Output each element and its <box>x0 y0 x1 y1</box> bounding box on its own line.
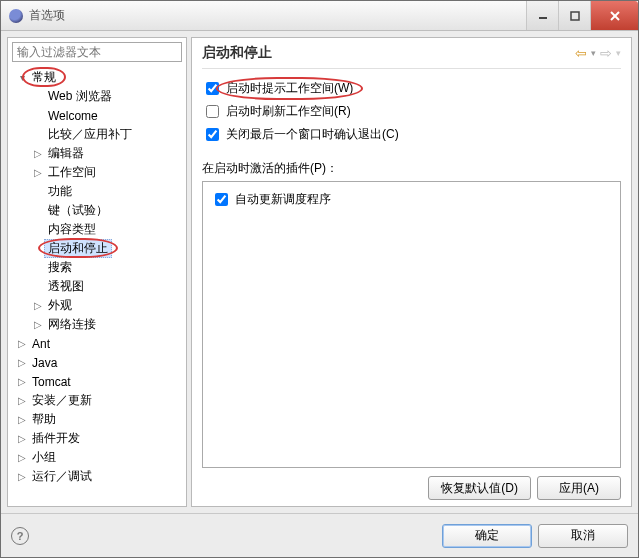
tree-label: 内容类型 <box>44 220 100 239</box>
svg-rect-1 <box>571 12 579 20</box>
label-plugin-autoupdate: 自动更新调度程序 <box>235 191 331 208</box>
expander-icon[interactable]: ▷ <box>32 167 44 178</box>
label-prompt-workspace: 启动时提示工作空间(W) <box>226 80 353 97</box>
expander-icon[interactable]: ▷ <box>16 452 28 463</box>
eclipse-icon <box>9 9 23 23</box>
tree-label: 网络连接 <box>44 315 100 334</box>
tree-label: 编辑器 <box>44 144 88 163</box>
content-area: ▾ 常规 Web 浏览器Welcome比较／应用补丁▷编辑器▷工作空间功能键（试… <box>1 31 638 513</box>
window-controls <box>526 1 638 30</box>
expander-icon[interactable]: ▷ <box>16 471 28 482</box>
help-icon[interactable]: ? <box>11 527 29 545</box>
tree-item[interactable]: ▷网络连接 <box>14 315 184 334</box>
tree-label: 功能 <box>44 182 76 201</box>
plugins-list[interactable]: 自动更新调度程序 <box>202 181 621 468</box>
tree-item[interactable]: ▷插件开发 <box>14 429 184 448</box>
forward-icon[interactable]: ⇨ <box>600 45 612 61</box>
back-menu-icon[interactable]: ▾ <box>591 48 596 58</box>
close-button[interactable] <box>590 1 638 30</box>
maximize-button[interactable] <box>558 1 590 30</box>
filter-field-wrap <box>12 42 182 62</box>
tree-item[interactable]: ▷Tomcat <box>14 372 184 391</box>
preferences-window: 首选项 ▾ 常规 Web 浏览器Welcome比较／应用补丁▷编辑器▷工作空间功… <box>0 0 639 558</box>
titlebar: 首选项 <box>1 1 638 31</box>
tree-item-general[interactable]: ▾ 常规 <box>14 68 184 87</box>
tree-item[interactable]: 内容类型 <box>14 220 184 239</box>
expander-icon[interactable]: ▷ <box>16 376 28 387</box>
checkbox-confirm-exit[interactable] <box>206 128 219 141</box>
tree-label: 小组 <box>28 448 60 467</box>
tree-label: 运行／调试 <box>28 467 96 486</box>
expander-icon[interactable]: ▷ <box>16 433 28 444</box>
preference-tree[interactable]: ▾ 常规 Web 浏览器Welcome比较／应用补丁▷编辑器▷工作空间功能键（试… <box>8 66 186 506</box>
tree-item[interactable]: ▷小组 <box>14 448 184 467</box>
tree-label: 插件开发 <box>28 429 84 448</box>
tree-item[interactable]: 搜索 <box>14 258 184 277</box>
checkbox-refresh-workspace[interactable] <box>206 105 219 118</box>
tree-item[interactable]: ▷编辑器 <box>14 144 184 163</box>
plugins-label: 在启动时激活的插件(P)： <box>202 160 621 177</box>
bottom-bar: ? 确定 取消 <box>1 513 638 557</box>
window-title: 首选项 <box>29 7 526 24</box>
main-header: 启动和停止 ⇦ ▾ ⇨ ▾ <box>202 44 621 69</box>
label-confirm-exit: 关闭最后一个窗口时确认退出(C) <box>226 126 399 143</box>
expander-icon[interactable]: ▷ <box>16 357 28 368</box>
tree-item[interactable]: Web 浏览器 <box>14 87 184 106</box>
check-refresh-workspace[interactable]: 启动时刷新工作空间(R) <box>202 102 621 121</box>
main-panel: 启动和停止 ⇦ ▾ ⇨ ▾ 启动时提示工作空间(W) 启动时刷新工作空间(R) <box>191 37 632 507</box>
tree-label: 外观 <box>44 296 76 315</box>
tree-item[interactable]: ▷工作空间 <box>14 163 184 182</box>
page-title: 启动和停止 <box>202 44 272 62</box>
tree-label: 帮助 <box>28 410 60 429</box>
tree-label: Tomcat <box>28 374 75 390</box>
apply-button[interactable]: 应用(A) <box>537 476 621 500</box>
tree-label: Welcome <box>44 108 102 124</box>
tree-label: 安装／更新 <box>28 391 96 410</box>
tree-label: 透视图 <box>44 277 88 296</box>
tree-label: 工作空间 <box>44 163 100 182</box>
tree-item[interactable]: ▷Java <box>14 353 184 372</box>
expander-icon[interactable]: ▷ <box>16 338 28 349</box>
forward-menu-icon[interactable]: ▾ <box>616 48 621 58</box>
cancel-button[interactable]: 取消 <box>538 524 628 548</box>
checkbox-plugin-autoupdate[interactable] <box>215 193 228 206</box>
expander-icon[interactable]: ▷ <box>16 414 28 425</box>
expander-icon[interactable]: ▷ <box>32 300 44 311</box>
tree-label: Web 浏览器 <box>44 87 116 106</box>
tree-label: 键（试验） <box>44 201 112 220</box>
ok-button[interactable]: 确定 <box>442 524 532 548</box>
tree-item[interactable]: ▷安装／更新 <box>14 391 184 410</box>
tree-item-startup-shutdown[interactable]: 启动和停止 <box>14 239 184 258</box>
tree-label: Java <box>28 355 61 371</box>
tree-label: 搜索 <box>44 258 76 277</box>
restore-defaults-button[interactable]: 恢复默认值(D) <box>428 476 531 500</box>
plugin-row[interactable]: 自动更新调度程序 <box>211 190 612 209</box>
expander-icon[interactable]: ▷ <box>16 395 28 406</box>
category-sidebar: ▾ 常规 Web 浏览器Welcome比较／应用补丁▷编辑器▷工作空间功能键（试… <box>7 37 187 507</box>
tree-item[interactable]: 键（试验） <box>14 201 184 220</box>
expander-icon[interactable]: ▷ <box>32 148 44 159</box>
tree-item[interactable]: ▷运行／调试 <box>14 467 184 486</box>
page-buttons: 恢复默认值(D) 应用(A) <box>202 476 621 500</box>
check-prompt-workspace[interactable]: 启动时提示工作空间(W) <box>202 79 621 98</box>
tree-label: Ant <box>28 336 54 352</box>
minimize-button[interactable] <box>526 1 558 30</box>
expander-icon[interactable]: ▾ <box>16 72 28 83</box>
nav-arrows: ⇦ ▾ ⇨ ▾ <box>575 45 621 61</box>
filter-input[interactable] <box>12 42 182 62</box>
checkbox-prompt-workspace[interactable] <box>206 82 219 95</box>
expander-icon[interactable]: ▷ <box>32 319 44 330</box>
tree-item[interactable]: Welcome <box>14 106 184 125</box>
tree-item[interactable]: 透视图 <box>14 277 184 296</box>
tree-label-general: 常规 <box>32 70 56 84</box>
options-group: 启动时提示工作空间(W) 启动时刷新工作空间(R) 关闭最后一个窗口时确认退出(… <box>202 79 621 144</box>
back-icon[interactable]: ⇦ <box>575 45 587 61</box>
check-confirm-exit[interactable]: 关闭最后一个窗口时确认退出(C) <box>202 125 621 144</box>
tree-item[interactable]: ▷外观 <box>14 296 184 315</box>
tree-label-selected: 启动和停止 <box>48 241 108 255</box>
tree-item[interactable]: 比较／应用补丁 <box>14 125 184 144</box>
label-refresh-workspace: 启动时刷新工作空间(R) <box>226 103 351 120</box>
tree-item[interactable]: ▷帮助 <box>14 410 184 429</box>
tree-item[interactable]: 功能 <box>14 182 184 201</box>
tree-item[interactable]: ▷Ant <box>14 334 184 353</box>
